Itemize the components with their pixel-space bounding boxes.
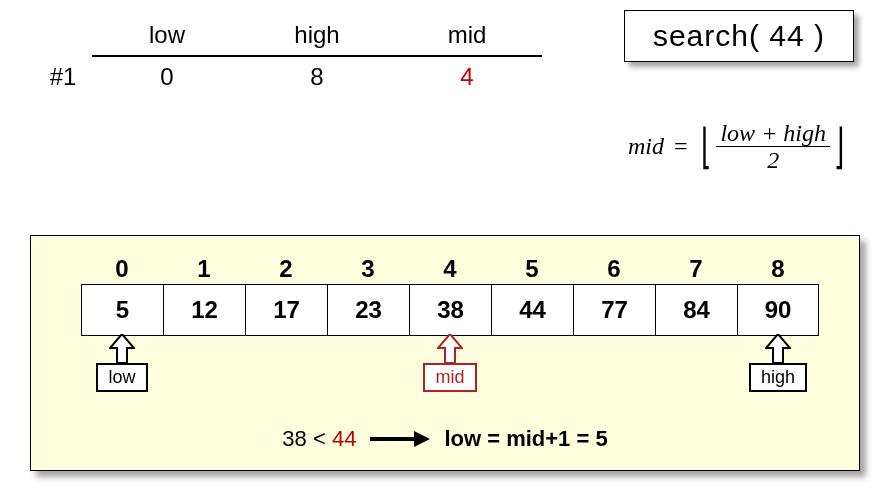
- array-cell-1: 1 12: [163, 254, 245, 336]
- array-cell-3: 3 23: [327, 254, 409, 336]
- pointer-high-label: high: [749, 363, 807, 392]
- pointer-low-label: low: [96, 363, 147, 392]
- trace-table: low high mid #1 0 8 4: [38, 15, 542, 97]
- pointer-high: high: [737, 334, 819, 392]
- array-value: 23: [327, 284, 409, 336]
- array-index: 8: [737, 254, 819, 284]
- array-cell-5: 5 44: [491, 254, 573, 336]
- array-value: 5: [81, 284, 163, 336]
- trace-header-mid: mid: [392, 15, 542, 56]
- comparison-lhs: 38: [282, 426, 306, 451]
- trace-step-label: #1: [38, 56, 92, 97]
- trace-header-low: low: [92, 15, 242, 56]
- pointer-mid-label: mid: [423, 363, 476, 392]
- formula-denominator: 2: [763, 147, 783, 173]
- trace-low-value: 0: [92, 56, 242, 97]
- pointer-low: low: [81, 334, 163, 392]
- array-value: 12: [163, 284, 245, 336]
- arrow-up-icon: [437, 334, 463, 364]
- equals-sign: =: [674, 133, 688, 160]
- array: 0 5 low 1 12 2 17: [81, 254, 819, 336]
- arrow-up-icon: [765, 334, 791, 364]
- array-index: 6: [573, 254, 655, 284]
- array-value: 38: [409, 284, 491, 336]
- array-value: 44: [491, 284, 573, 336]
- formula-fraction: low + high 2: [716, 120, 830, 174]
- array-index: 3: [327, 254, 409, 284]
- trace-mid-value: 4: [392, 56, 542, 97]
- search-call-box: search( 44 ): [624, 10, 854, 62]
- array-index: 2: [245, 254, 327, 284]
- formula-lhs: mid: [628, 133, 664, 160]
- array-cell-4: 4 38 mid: [409, 254, 491, 336]
- array-index: 1: [163, 254, 245, 284]
- comparison-result: low = mid+1 = 5: [444, 426, 607, 452]
- array-value: 17: [245, 284, 327, 336]
- array-cell-2: 2 17: [245, 254, 327, 336]
- array-cell-0: 0 5 low: [81, 254, 163, 336]
- array-panel: 0 5 low 1 12 2 17: [30, 235, 860, 471]
- array-value: 84: [655, 284, 737, 336]
- pointer-mid: mid: [409, 334, 491, 392]
- array-value: 90: [737, 284, 819, 336]
- binary-search-step-diagram: low high mid #1 0 8 4 search( 44 ) mid =…: [0, 0, 889, 500]
- array-cell-8: 8 90 high: [737, 254, 819, 336]
- array-cell-7: 7 84: [655, 254, 737, 336]
- array-index: 5: [491, 254, 573, 284]
- arrow-right-icon: [370, 430, 430, 448]
- array-index: 4: [409, 254, 491, 284]
- trace-header-high: high: [242, 15, 392, 56]
- array-index: 0: [81, 254, 163, 284]
- trace-high-value: 8: [242, 56, 392, 97]
- floor-left-bracket: ⌊: [702, 123, 712, 171]
- array-index: 7: [655, 254, 737, 284]
- floor-right-bracket: ⌋: [834, 123, 844, 171]
- comparison-target: 44: [332, 426, 356, 451]
- arrow-up-icon: [109, 334, 135, 364]
- comparison-op: <: [313, 426, 326, 451]
- comparison-line: 38 < 44 low = mid+1 = 5: [51, 426, 839, 452]
- array-cell-6: 6 77: [573, 254, 655, 336]
- formula-numerator: low + high: [716, 120, 830, 146]
- mid-formula: mid = ⌊ low + high 2 ⌋: [628, 120, 849, 174]
- array-value: 77: [573, 284, 655, 336]
